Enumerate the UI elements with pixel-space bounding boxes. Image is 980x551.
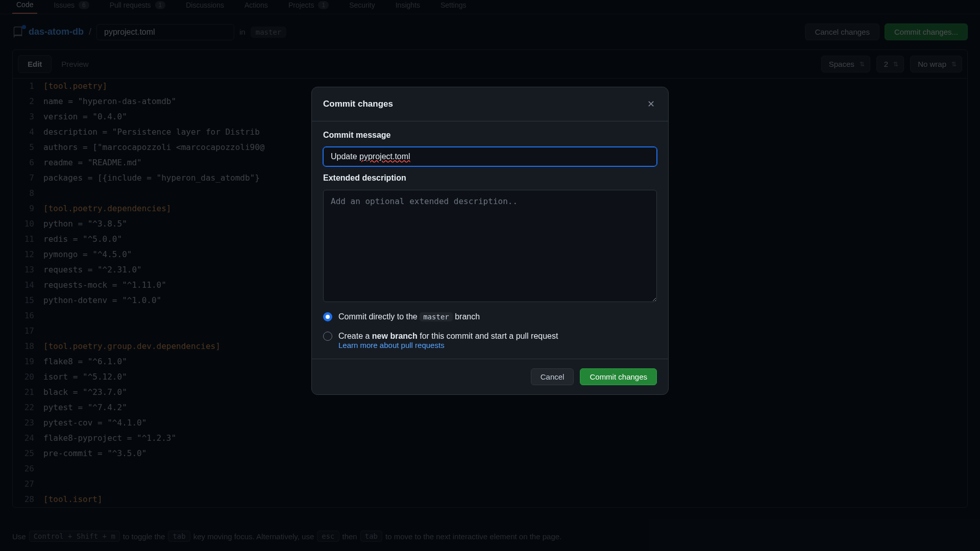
modal-title: Commit changes: [323, 99, 393, 109]
learn-more-link[interactable]: Learn more about pull requests: [338, 341, 445, 349]
create-branch-radio[interactable]: Create a new branch for this commit and …: [323, 332, 657, 341]
modal-overlay[interactable]: Commit changes ✕ Commit message Update p…: [0, 0, 980, 551]
commit-message-input[interactable]: Update pyproject.toml: [323, 147, 657, 166]
commit-message-label: Commit message: [323, 131, 657, 140]
radio-unchecked-icon: [323, 332, 332, 341]
radio-checked-icon: [323, 312, 332, 321]
commit-modal: Commit changes ✕ Commit message Update p…: [311, 87, 669, 395]
modal-commit-button[interactable]: Commit changes: [580, 368, 657, 385]
commit-direct-radio[interactable]: Commit directly to the master branch: [323, 312, 657, 321]
close-icon[interactable]: ✕: [645, 96, 657, 112]
extended-description-label: Extended description: [323, 173, 657, 183]
branch-name-chip: master: [420, 312, 453, 321]
extended-description-textarea[interactable]: [323, 190, 657, 302]
modal-cancel-button[interactable]: Cancel: [531, 368, 574, 385]
